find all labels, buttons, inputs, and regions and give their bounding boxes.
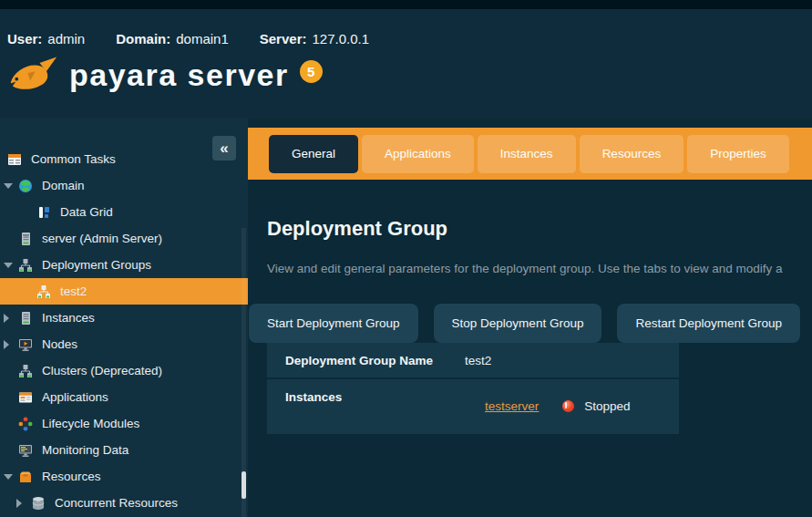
tree-label: Lifecycle Modules xyxy=(42,417,139,430)
table-row-name: Deployment Group Name test2 xyxy=(267,343,679,377)
lifecycle-modules-icon xyxy=(18,417,33,431)
restart-deployment-group-button[interactable]: Restart Deployment Group xyxy=(617,304,800,343)
server-status: Server:127.0.0.1 xyxy=(260,31,369,47)
clusters-icon xyxy=(18,364,33,378)
tree-label: test2 xyxy=(60,284,87,298)
caret-right-icon[interactable] xyxy=(16,499,22,508)
tree-label: Instances xyxy=(42,311,95,325)
server-value: 127.0.0.1 xyxy=(312,31,369,47)
deployment-group-name-label: Deployment Group Name xyxy=(285,354,465,367)
sidebar-item-applications[interactable]: Applications xyxy=(0,384,248,410)
caret-down-icon[interactable] xyxy=(4,183,13,189)
tab-label: General xyxy=(292,147,335,160)
sidebar-item-clusters[interactable]: Clusters (Deprecated) xyxy=(0,357,248,384)
deployment-groups-icon xyxy=(18,258,33,273)
action-buttons: Start Deployment Group Stop Deployment G… xyxy=(249,304,812,343)
sidebar-item-test2[interactable]: test2 xyxy=(0,278,248,305)
deployment-group-table: Deployment Group Name test2 Instances te… xyxy=(267,343,679,434)
tab-applications[interactable]: Applications xyxy=(362,135,474,173)
table-row-instances: Instances testserver Stopped xyxy=(267,377,679,434)
status-bar: User:admin Domain:domain1 Server:127.0.0… xyxy=(0,9,812,47)
tree-label: Nodes xyxy=(42,337,77,351)
instances-label: Instances xyxy=(285,390,465,421)
tree-label: Concurrent Resources xyxy=(55,496,178,510)
caret-right-icon[interactable] xyxy=(4,340,9,349)
tree-label: Data Grid xyxy=(60,205,113,219)
tree-label: server (Admin Server) xyxy=(42,232,162,245)
stopped-status-icon xyxy=(562,400,574,412)
applications-icon xyxy=(18,390,33,405)
tree-label: Applications xyxy=(42,390,108,404)
tree-label: Common Tasks xyxy=(31,152,116,166)
instance-link[interactable]: testserver xyxy=(485,399,539,413)
concurrent-resources-icon xyxy=(31,496,46,511)
tree-label: Monitoring Data xyxy=(42,443,128,457)
sidebar-item-common-tasks[interactable]: Common Tasks xyxy=(0,146,248,172)
tab-resources[interactable]: Resources xyxy=(580,135,684,173)
tab-label: Instances xyxy=(500,147,553,160)
sidebar-item-deployment-groups[interactable]: Deployment Groups xyxy=(0,252,248,278)
page-title: Deployment Group xyxy=(267,217,812,241)
caret-right-icon[interactable] xyxy=(4,314,9,323)
nodes-icon xyxy=(18,337,33,352)
tab-label: Properties xyxy=(710,147,766,160)
tab-instances[interactable]: Instances xyxy=(478,135,576,173)
top-strip xyxy=(0,0,812,9)
domain-value: domain1 xyxy=(176,31,229,47)
tab-general[interactable]: General xyxy=(269,135,358,173)
version-badge: 5 xyxy=(300,60,323,83)
deployment-group-name-value: test2 xyxy=(465,354,491,367)
header: User:admin Domain:domain1 Server:127.0.0… xyxy=(0,9,812,119)
sidebar-item-nodes[interactable]: Nodes xyxy=(0,331,248,357)
sidebar-item-instances[interactable]: Instances xyxy=(0,305,248,331)
instance-status-line: testserver Stopped xyxy=(465,399,631,413)
page-description: View and edit general parameters for the… xyxy=(267,262,812,275)
globe-icon xyxy=(18,179,33,193)
deployment-group-icon xyxy=(36,284,51,299)
sidebar-collapse-button[interactable]: « xyxy=(212,136,236,160)
instances-icon xyxy=(18,311,33,326)
caret-down-icon[interactable] xyxy=(4,474,13,480)
resources-icon xyxy=(18,470,33,484)
payara-fish-icon xyxy=(7,54,58,96)
user-value: admin xyxy=(47,31,85,47)
stop-deployment-group-button[interactable]: Stop Deployment Group xyxy=(434,304,602,343)
collapse-icon: « xyxy=(220,140,228,158)
tree-label: Resources xyxy=(42,470,101,483)
caret-down-icon[interactable] xyxy=(4,263,13,268)
brand-text: payara server xyxy=(69,59,289,90)
server-label: Server: xyxy=(260,31,307,47)
sidebar-item-concurrent-resources[interactable]: Concurrent Resources xyxy=(0,490,248,516)
sidebar-item-resources[interactable]: Resources xyxy=(0,463,248,490)
user-label: User: xyxy=(7,31,42,47)
sidebar-item-data-grid[interactable]: Data Grid xyxy=(0,199,248,225)
main-panel: General Applications Instances Resources… xyxy=(248,119,812,517)
sidebar-item-lifecycle-modules[interactable]: Lifecycle Modules xyxy=(0,410,248,437)
tree-label: Deployment Groups xyxy=(42,258,151,272)
monitoring-data-icon xyxy=(18,443,33,458)
instance-status-text: Stopped xyxy=(584,399,630,413)
tab-properties[interactable]: Properties xyxy=(687,135,789,173)
data-grid-icon xyxy=(36,205,51,220)
server-icon xyxy=(18,232,33,246)
tree-label: Domain xyxy=(42,179,85,192)
common-tasks-icon xyxy=(7,152,22,167)
tab-label: Resources xyxy=(602,147,662,160)
payara-logo: payara server 5 xyxy=(7,54,812,96)
domain-label: Domain: xyxy=(116,31,170,47)
tree-label: Clusters (Deprecated) xyxy=(42,364,162,377)
domain-status: Domain:domain1 xyxy=(116,31,229,47)
user-status: User:admin xyxy=(7,31,85,47)
tab-bar: General Applications Instances Resources… xyxy=(248,128,812,180)
sidebar-item-domain[interactable]: Domain xyxy=(0,172,248,199)
sidebar-item-monitoring-data[interactable]: Monitoring Data xyxy=(0,437,248,463)
sidebar-scrollbar-thumb[interactable] xyxy=(242,471,246,499)
tab-label: Applications xyxy=(385,147,451,160)
sidebar-item-admin-server[interactable]: server (Admin Server) xyxy=(0,225,248,252)
sidebar-tree: « Common Tasks Domain Data Grid server (… xyxy=(0,119,248,517)
start-deployment-group-button[interactable]: Start Deployment Group xyxy=(249,304,418,343)
